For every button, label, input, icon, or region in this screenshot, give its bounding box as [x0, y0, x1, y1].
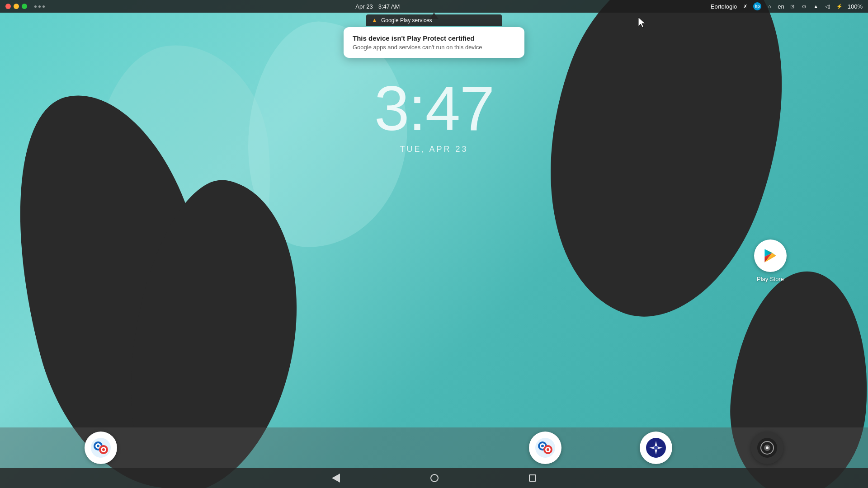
menubar-time: 3:47 AM [378, 3, 400, 10]
screen-icon: ⊡ [789, 3, 796, 10]
hp-logo: hp [753, 2, 761, 10]
menubar-app-name: Eortologio [711, 3, 737, 10]
notification-body: Google apps and services can't run on th… [353, 44, 515, 51]
mac-window-buttons[interactable] [5, 4, 27, 9]
notification-title: This device isn't Play Protect certified [353, 34, 515, 42]
notification-app-name: Google Play services [381, 17, 432, 23]
clock-time: 3:47 [374, 77, 494, 140]
home-circle-icon[interactable] [430, 474, 439, 482]
bluetooth-icon: ✗ [741, 3, 749, 10]
dock-app-3-icon[interactable] [640, 432, 672, 464]
home-icon: ⌂ [766, 3, 773, 10]
play-store-label: Play Store [757, 276, 784, 282]
battery-charging-icon: ⚡ [836, 3, 843, 10]
dock-app-2-icon[interactable] [529, 432, 561, 464]
recents-square-icon[interactable] [529, 474, 536, 482]
close-button[interactable] [5, 4, 11, 9]
svg-point-16 [541, 445, 544, 447]
svg-point-9 [97, 445, 99, 447]
dock-app-3[interactable] [640, 432, 672, 464]
volume-icon: ◁) [824, 3, 831, 10]
back-arrow-icon[interactable] [332, 474, 340, 483]
maximize-button[interactable] [22, 4, 27, 9]
svg-point-10 [102, 448, 105, 451]
mac-menubar: Apr 23 3:47 AM Eortologio ✗ hp ⌂ en ⊡ ⊙ … [0, 0, 868, 13]
notification-header-bar: ▲ Google Play services [366, 14, 502, 26]
minimize-button[interactable] [14, 4, 19, 9]
language-indicator: en [778, 3, 784, 10]
svg-point-17 [547, 448, 549, 451]
wifi-icon: ▲ [812, 3, 820, 10]
notification-popup[interactable]: This device isn't Play Protect certified… [344, 27, 524, 58]
network-icon: ⊙ [801, 3, 808, 10]
dock-app-4-icon[interactable] [751, 432, 783, 464]
play-store-app[interactable]: Play Store [754, 239, 787, 282]
warning-triangle-icon: ▲ [372, 17, 377, 23]
home-button[interactable] [430, 474, 439, 482]
battery-percent: 100% [848, 3, 863, 10]
recents-button[interactable] [529, 474, 536, 482]
app-dock [0, 427, 868, 468]
menubar-date: Apr 23 [355, 3, 373, 10]
dock-app-4[interactable] [751, 432, 783, 464]
dock-app-1-icon[interactable] [85, 432, 117, 464]
mac-dots [34, 5, 45, 8]
menubar-right: Eortologio ✗ hp ⌂ en ⊡ ⊙ ▲ ◁) ⚡ 100% [711, 2, 863, 10]
menubar-left [5, 4, 45, 9]
menubar-center: Apr 23 3:47 AM [355, 3, 400, 10]
android-clock: 3:47 TUE, APR 23 [374, 77, 494, 154]
dock-app-2[interactable] [529, 432, 561, 464]
back-button[interactable] [332, 474, 340, 483]
svg-point-20 [654, 446, 658, 450]
svg-point-24 [766, 446, 769, 449]
dock-app-1[interactable] [85, 432, 117, 464]
play-store-icon-circle[interactable] [754, 239, 787, 272]
clock-date: TUE, APR 23 [374, 145, 494, 154]
android-navbar [0, 468, 868, 488]
